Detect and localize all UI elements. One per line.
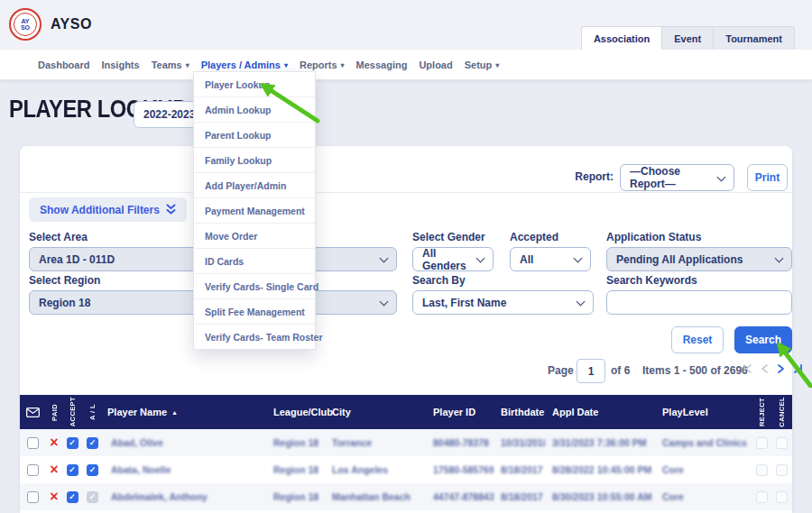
cancel-checkbox[interactable] (776, 491, 788, 503)
select-gender-select[interactable]: All Genders (412, 247, 494, 271)
col-reject: REJECT (752, 398, 770, 426)
tab-tournament[interactable]: Tournament (714, 26, 795, 50)
menu-item-move-order[interactable]: Move Order (194, 224, 315, 249)
menu-item-admin-lookup[interactable]: Admin Lookup (194, 97, 315, 123)
nav-item-label: Teams (152, 60, 182, 70)
print-button[interactable]: Print (747, 164, 788, 191)
pagination: Page 1 of 6 Items 1 - 500 of 2696 (20, 359, 792, 382)
nav-item-upload[interactable]: Upload (419, 60, 452, 70)
reject-checkbox[interactable] (756, 437, 768, 449)
results-card: Report: —Choose Report— Print Show Addit… (20, 146, 792, 513)
birthdate: 8/18/2017 (494, 464, 545, 475)
nav-item-insights[interactable]: Insights (101, 60, 139, 70)
player-id: 44747-878843 (426, 491, 494, 502)
report-select[interactable]: —Choose Report— (620, 164, 734, 191)
paid-x-icon: × (50, 463, 58, 477)
chevron-down-icon: ▾ (284, 61, 288, 69)
col-city[interactable]: City (325, 407, 426, 417)
menu-item-verify-cards-team-roster[interactable]: Verify Cards- Team Roster (194, 325, 315, 349)
col-league-club[interactable]: League/Club (266, 407, 325, 417)
row-select-checkbox[interactable] (27, 464, 39, 476)
menu-item-parent-lookup[interactable]: Parent Lookup (194, 123, 315, 148)
nav-item-setup[interactable]: Setup▾ (465, 60, 500, 70)
play-level: Core (655, 464, 752, 475)
city: Los Angeles (325, 464, 426, 475)
search-by-select[interactable]: Last, First Name (412, 290, 594, 315)
menu-item-split-fee-management[interactable]: Split Fee Management (194, 299, 315, 325)
al-checkbox[interactable] (87, 491, 98, 503)
logo-bottom: SO (21, 24, 30, 31)
nav-item-dashboard[interactable]: Dashboard (38, 60, 89, 70)
player-name[interactable]: Abdelmalek, Anthony (104, 491, 266, 502)
menu-item-payment-management[interactable]: Payment Management (194, 198, 315, 224)
nav-item-reports[interactable]: Reports▾ (300, 60, 345, 70)
search-button[interactable]: Search (734, 326, 792, 353)
page-of-label: of 6 (611, 364, 630, 377)
nav-item-players-admins[interactable]: Players / Admins▾ (201, 60, 288, 70)
menu-item-add-player-admin[interactable]: Add Player/Admin (194, 173, 315, 198)
player-name[interactable]: Abad, Olive (104, 437, 266, 448)
select-area-label: Select Area (29, 231, 88, 243)
nav-item-label: Insights (101, 60, 139, 70)
search-by-value: Last, First Name (422, 297, 506, 309)
accept-checkbox[interactable] (67, 491, 78, 503)
nav-item-teams[interactable]: Teams▾ (152, 60, 189, 70)
cancel-checkbox[interactable] (776, 437, 788, 449)
page-number-input[interactable]: 1 (577, 359, 605, 383)
row-select-checkbox[interactable] (27, 437, 39, 449)
search-keywords-input[interactable] (606, 290, 792, 315)
ayso-logo-letters: AY SO (14, 13, 37, 36)
table-body: ×Abad, OliveRegion 18Torrance80480-78378… (20, 429, 792, 510)
cancel-checkbox[interactable] (776, 464, 788, 476)
report-select-value: —Choose Report— (630, 165, 714, 190)
tab-association[interactable]: Association (581, 26, 662, 50)
prev-page-icon[interactable] (761, 363, 769, 374)
chevron-down-icon (380, 298, 389, 307)
col-al: A / L (81, 404, 104, 420)
tab-event[interactable]: Event (662, 26, 714, 50)
league-club: Region 18 (266, 437, 325, 448)
table-row: ×Abdelmalek, AnthonyRegion 18Manhattan B… (20, 483, 792, 510)
nav-item-messaging[interactable]: Messaging (356, 60, 408, 70)
menu-item-verify-cards-single-card[interactable]: Verify Cards- Single Card (194, 274, 315, 299)
col-mail[interactable] (20, 408, 45, 417)
col-play-level[interactable]: PlayLevel (655, 407, 752, 417)
next-page-icon[interactable] (777, 363, 785, 374)
league-club: Region 18 (266, 491, 325, 502)
col-appl-date[interactable]: Appl Date (545, 407, 655, 417)
first-page-icon[interactable] (742, 363, 752, 374)
show-additional-filters-button[interactable]: Show Additional Filters (29, 197, 187, 222)
menu-item-id-cards[interactable]: ID Cards (194, 249, 315, 274)
nav-item-label: Reports (300, 60, 337, 70)
last-page-icon[interactable] (793, 363, 804, 374)
reset-button[interactable]: Reset (671, 326, 724, 353)
al-checkbox[interactable] (87, 464, 98, 476)
accepted-select[interactable]: All (510, 247, 591, 271)
appl-date: 8/28/2022 10:45:00 PM (545, 464, 655, 475)
city: Torrance (325, 437, 426, 448)
chevron-down-icon (380, 254, 389, 263)
reject-checkbox[interactable] (756, 491, 768, 503)
season-select-value: 2022-2023 (143, 108, 195, 121)
show-additional-filters-label: Show Additional Filters (40, 204, 160, 216)
al-checkbox[interactable] (87, 437, 98, 449)
menu-item-player-lookup[interactable]: Player Lookup (194, 72, 315, 97)
col-birthdate[interactable]: Birthdate (494, 407, 545, 417)
application-status-select[interactable]: Pending All Applications (606, 247, 792, 271)
accept-checkbox[interactable] (67, 464, 78, 476)
play-level: Core (655, 491, 752, 502)
player-name[interactable]: Abata, Noelle (104, 464, 266, 475)
menu-item-family-lookup[interactable]: Family Lookup (194, 148, 315, 173)
accept-checkbox[interactable] (67, 437, 78, 449)
double-chevron-down-icon (166, 204, 176, 215)
row-select-checkbox[interactable] (27, 491, 39, 503)
player-id: 17580-585769 (426, 464, 494, 475)
col-player-id[interactable]: Player ID (426, 407, 494, 417)
application-status-value: Pending All Applications (616, 253, 743, 266)
col-cancel-label: CANCEL (778, 397, 786, 427)
col-player-name[interactable]: Player Name ▲ (104, 407, 266, 417)
reject-checkbox[interactable] (756, 464, 768, 476)
nav-item-label: Dashboard (38, 60, 89, 70)
divider (20, 192, 792, 193)
mail-icon (26, 408, 40, 417)
